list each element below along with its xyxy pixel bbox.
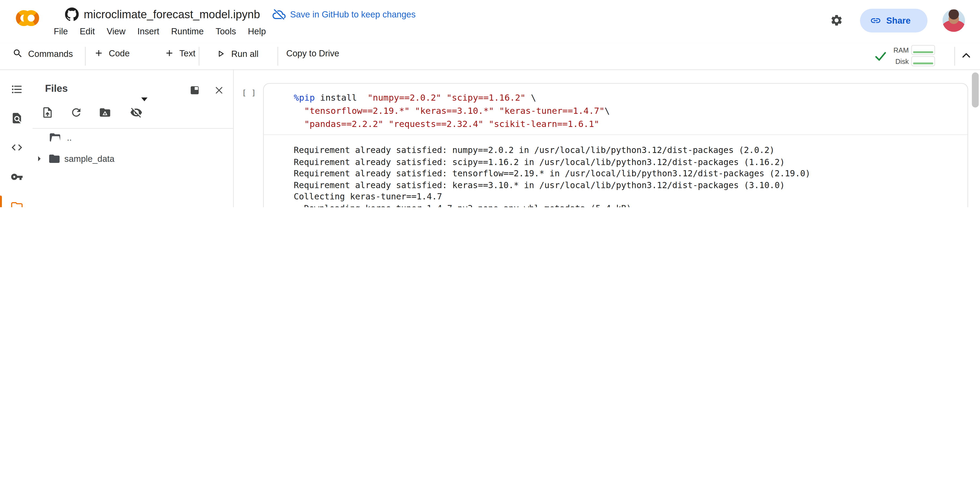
- output-line: Downloading keras_tuner-1.4.7-py3-none-a…: [294, 202, 967, 207]
- open-in-tab-icon[interactable]: [189, 85, 200, 96]
- code-snippets-icon[interactable]: [11, 141, 23, 154]
- toolbar-divider: [85, 47, 86, 66]
- code-editor[interactable]: %pip install "numpy==2.0.2" "scipy==1.16…: [264, 84, 968, 134]
- plus-icon: [164, 48, 174, 58]
- colab-logo-icon[interactable]: [15, 7, 40, 30]
- refresh-icon[interactable]: [70, 106, 83, 119]
- avatar[interactable]: [942, 10, 965, 32]
- tree-item-label: ..: [67, 132, 72, 143]
- active-rail-indicator: [0, 196, 2, 207]
- files-panel-title: Files: [45, 83, 68, 94]
- cell-output: Requirement already satisfied: numpy==2.…: [264, 135, 968, 207]
- menu-item[interactable]: Edit: [80, 26, 95, 36]
- table-of-contents-icon[interactable]: [11, 83, 23, 96]
- toolbar-divider: [199, 47, 199, 66]
- run-all-button[interactable]: Run all: [215, 48, 258, 59]
- search-icon: [13, 48, 23, 59]
- output-line: Requirement already satisfied: scipy==1.…: [294, 156, 967, 167]
- play-icon: [215, 48, 226, 59]
- resource-gauges[interactable]: RAM Disk: [892, 45, 935, 66]
- notebook-title[interactable]: microclimate_forecast_model.ipynb: [84, 8, 260, 21]
- share-button[interactable]: Share: [860, 9, 928, 32]
- commands-button[interactable]: Commands: [13, 48, 73, 59]
- commands-label: Commands: [28, 48, 73, 58]
- menu-item[interactable]: File: [54, 26, 68, 36]
- menu-item[interactable]: Insert: [137, 26, 159, 36]
- secrets-key-icon[interactable]: [11, 171, 23, 183]
- add-code-caret-icon[interactable]: [141, 97, 147, 101]
- plus-icon: [94, 48, 103, 58]
- add-text-label: Text: [179, 48, 196, 58]
- github-icon: [65, 8, 79, 21]
- tree-item-label: sample_data: [64, 154, 115, 164]
- toolbar-divider: [955, 47, 955, 66]
- add-text-button[interactable]: Text: [164, 48, 196, 58]
- tree-item-parent[interactable]: ..: [49, 131, 72, 144]
- settings-gear-icon[interactable]: [830, 14, 843, 27]
- notebook-toolbar: Commands Code Text Run all Copy to Dri: [0, 43, 980, 70]
- cloud-off-icon: [272, 8, 286, 21]
- cell-run-indicator[interactable]: [ ]: [242, 88, 256, 97]
- run-all-label: Run all: [231, 49, 259, 59]
- close-panel-icon[interactable]: [214, 85, 224, 96]
- add-code-button[interactable]: Code: [94, 48, 130, 58]
- save-link-label: Save in GitHub to keep changes: [290, 10, 416, 19]
- menu-item[interactable]: View: [107, 26, 125, 36]
- disk-label: Disk: [892, 57, 911, 65]
- folder-open-icon: [49, 131, 62, 144]
- expand-caret-icon[interactable]: [34, 154, 44, 164]
- vertical-scrollbar-thumb[interactable]: [972, 72, 979, 107]
- copy-to-drive-button[interactable]: Copy to Drive: [286, 48, 339, 58]
- share-label: Share: [886, 16, 911, 25]
- menu-item[interactable]: Runtime: [171, 26, 204, 36]
- output-line: Collecting keras-tuner==1.4.7: [294, 191, 967, 202]
- menu-item[interactable]: Tools: [216, 26, 236, 36]
- collapse-toolbar-icon[interactable]: [961, 50, 972, 61]
- mount-drive-icon[interactable]: [99, 106, 111, 119]
- add-code-label: Code: [109, 48, 130, 58]
- copy-to-drive-label: Copy to Drive: [286, 48, 339, 58]
- save-in-github-link[interactable]: Save in GitHub to keep changes: [272, 8, 415, 21]
- ram-gauge: [911, 45, 935, 55]
- upload-file-icon[interactable]: [41, 106, 54, 119]
- find-replace-icon[interactable]: [11, 112, 23, 124]
- colab-window: microclimate_forecast_model.ipynb Save i…: [0, 0, 980, 207]
- disk-gauge: [911, 56, 935, 66]
- panel-divider: [233, 69, 234, 207]
- tree-item-sample-data[interactable]: sample_data: [34, 153, 115, 165]
- ram-label: RAM: [892, 46, 911, 54]
- hidden-files-eye-off-icon[interactable]: [130, 106, 143, 119]
- folder-icon: [48, 153, 60, 165]
- header: microclimate_forecast_model.ipynb Save i…: [0, 0, 980, 44]
- toolbar-divider: [278, 47, 278, 66]
- menu-item[interactable]: Help: [248, 26, 266, 36]
- output-line: Requirement already satisfied: numpy==2.…: [294, 145, 967, 156]
- menu-bar: FileEditViewInsertRuntimeToolsHelp: [54, 26, 266, 36]
- connected-check-icon: [874, 49, 888, 63]
- link-icon: [870, 15, 881, 26]
- output-line: Requirement already satisfied: tensorflo…: [294, 167, 967, 179]
- code-lines: %pip install "numpy==2.0.2" "scipy==1.16…: [294, 91, 962, 131]
- files-toolbar-divider: [32, 128, 233, 129]
- code-cell: %pip install "numpy==2.0.2" "scipy==1.16…: [263, 83, 968, 207]
- output-line: Requirement already satisfied: keras==3.…: [294, 179, 967, 191]
- files-folder-icon[interactable]: [11, 200, 23, 207]
